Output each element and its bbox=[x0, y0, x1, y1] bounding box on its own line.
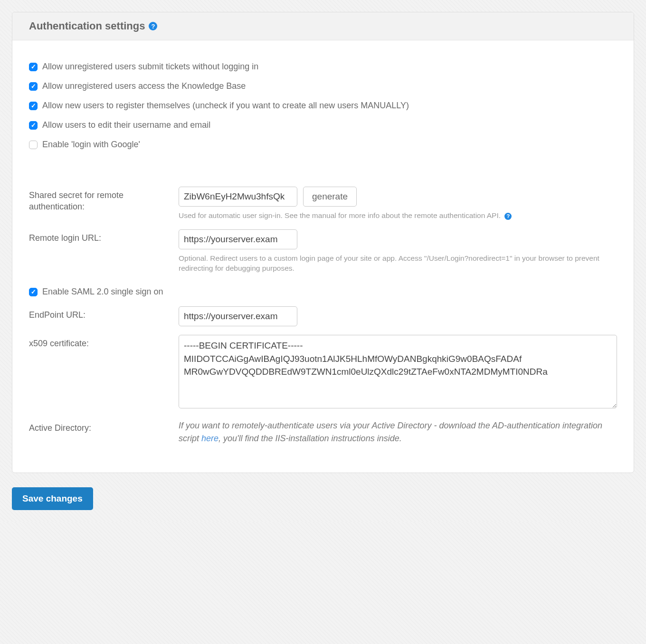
shared-secret-row: Shared secret for remote authentication:… bbox=[29, 187, 617, 221]
endpoint-url-label: EndPoint URL: bbox=[29, 306, 179, 321]
checkbox-label[interactable]: Allow users to edit their username and e… bbox=[42, 120, 210, 130]
shared-secret-hint: Used for automatic user sign-in. See the… bbox=[179, 210, 617, 221]
checkbox-allow-unreg-kb[interactable] bbox=[29, 82, 38, 91]
checkbox-allow-edit-username[interactable] bbox=[29, 121, 38, 130]
checkbox-allow-unreg-kb-row: Allow unregistered users access the Know… bbox=[29, 81, 617, 91]
remote-login-label: Remote login URL: bbox=[29, 229, 179, 244]
checkbox-allow-self-register[interactable] bbox=[29, 102, 38, 110]
help-icon[interactable]: ? bbox=[149, 22, 157, 30]
endpoint-url-row: EndPoint URL: bbox=[29, 306, 617, 326]
remote-login-hint: Optional. Redirect users to a custom log… bbox=[179, 253, 617, 274]
shared-secret-label: Shared secret for remote authentication: bbox=[29, 187, 179, 213]
help-icon[interactable]: ? bbox=[504, 213, 512, 220]
remote-login-row: Remote login URL: Optional. Redirect use… bbox=[29, 229, 617, 274]
checkbox-enable-saml[interactable] bbox=[29, 288, 38, 296]
remote-login-input[interactable] bbox=[179, 229, 297, 249]
auth-settings-panel: Authentication settings ? Allow unregist… bbox=[12, 12, 634, 473]
generate-button[interactable]: generate bbox=[303, 187, 357, 207]
checkbox-allow-unreg-tickets-row: Allow unregistered users submit tickets … bbox=[29, 62, 617, 72]
checkbox-label[interactable]: Allow unregistered users submit tickets … bbox=[42, 62, 258, 72]
x509-textarea[interactable] bbox=[179, 335, 617, 408]
checkbox-allow-self-register-row: Allow new users to register themselves (… bbox=[29, 101, 617, 111]
checkbox-enable-google-login[interactable] bbox=[29, 141, 38, 149]
checkbox-enable-saml-row: Enable SAML 2.0 single sign on bbox=[29, 287, 617, 297]
checkbox-label[interactable]: Allow new users to register themselves (… bbox=[42, 101, 409, 111]
checkbox-label[interactable]: Enable SAML 2.0 single sign on bbox=[42, 287, 163, 297]
active-directory-label: Active Directory: bbox=[29, 419, 179, 434]
checkbox-allow-edit-username-row: Allow users to edit their username and e… bbox=[29, 120, 617, 130]
panel-body: Allow unregistered users submit tickets … bbox=[12, 40, 634, 473]
panel-title: Authentication settings bbox=[29, 20, 145, 32]
active-directory-row: Active Directory: If you want to remotel… bbox=[29, 419, 617, 445]
checkbox-label[interactable]: Enable 'login with Google' bbox=[42, 140, 140, 150]
x509-label: x509 certificate: bbox=[29, 335, 179, 349]
x509-row: x509 certificate: bbox=[29, 335, 617, 411]
shared-secret-input[interactable] bbox=[179, 187, 297, 207]
checkbox-allow-unreg-tickets[interactable] bbox=[29, 63, 38, 71]
active-directory-text: If you want to remotely-authenticate use… bbox=[179, 419, 617, 445]
endpoint-url-input[interactable] bbox=[179, 306, 297, 326]
ad-script-link[interactable]: here bbox=[201, 434, 218, 443]
panel-heading: Authentication settings ? bbox=[12, 12, 634, 40]
save-changes-button[interactable]: Save changes bbox=[12, 487, 93, 510]
checkbox-label[interactable]: Allow unregistered users access the Know… bbox=[42, 81, 246, 91]
checkbox-enable-google-login-row: Enable 'login with Google' bbox=[29, 140, 617, 150]
